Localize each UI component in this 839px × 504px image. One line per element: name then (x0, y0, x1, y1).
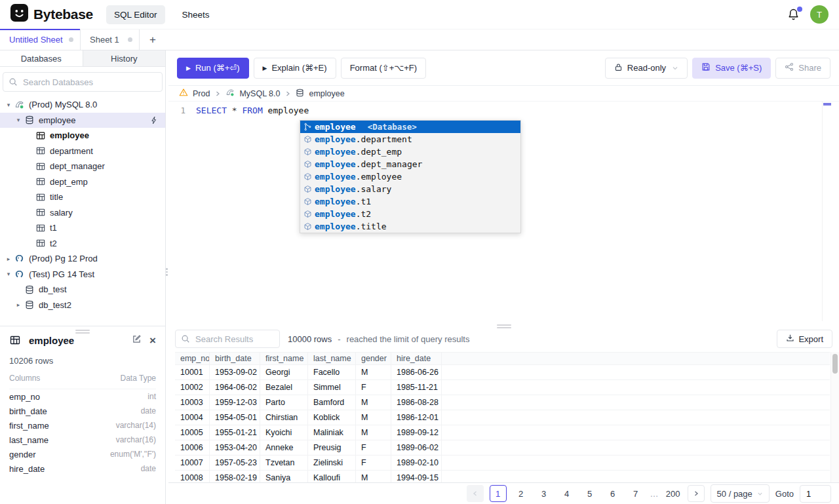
search-databases-input[interactable] (3, 72, 163, 92)
notification-dot (797, 7, 802, 12)
tree-table-title[interactable]: title (0, 189, 165, 205)
tree-table-t1[interactable]: t1 (0, 220, 165, 236)
table-row[interactable]: 100011953-09-02GeorgiFacelloM1986-06-26 (175, 365, 830, 380)
divider-handle[interactable] (166, 267, 168, 277)
explain-button[interactable]: ▶ Explain (⌘+E) (254, 58, 336, 79)
tree-table-t2[interactable]: t2 (0, 236, 165, 252)
column-header[interactable]: emp_no (175, 353, 210, 364)
column-header[interactable]: first_name (260, 353, 308, 364)
tree-database-db-test[interactable]: db_test (0, 282, 165, 298)
suggestion-item[interactable]: employee.dept_emp (300, 145, 520, 158)
chevron-right-icon[interactable]: ▸ (3, 256, 14, 262)
suggestion-item[interactable]: employee.t1 (300, 195, 520, 208)
suggestion-item-database[interactable]: employee <Database> (300, 121, 520, 133)
export-button[interactable]: Export (777, 330, 832, 348)
tree-table-dept-manager[interactable]: dept_manager (0, 159, 165, 174)
page-3[interactable]: 3 (536, 485, 553, 502)
search-results-input[interactable] (175, 330, 280, 348)
suggestion-item[interactable]: employee.dept_manager (300, 158, 520, 170)
mysql-icon (225, 88, 235, 99)
tab-history[interactable]: History (83, 50, 166, 66)
table-suggestion-icon (302, 147, 313, 157)
column-header[interactable]: birth_date (210, 353, 260, 364)
table-row[interactable]: 100061953-04-20AnnekePreusigF1989-06-02 (175, 440, 830, 456)
tree-instance-pg14[interactable]: ▾ (Test) PG 14 Test (0, 267, 165, 282)
breadcrumb-database[interactable]: employee (309, 89, 344, 98)
breadcrumb-instance[interactable]: MySQL 8.0 (239, 89, 280, 98)
next-page-button[interactable] (688, 485, 705, 502)
chevron-right-icon[interactable]: ▸ (13, 301, 24, 308)
panel-resize-handle[interactable] (75, 328, 90, 335)
table-icon (35, 176, 46, 187)
suggestion-item[interactable]: employee.t2 (300, 208, 520, 220)
suggestion-item[interactable]: employee.title (300, 220, 520, 233)
format-button[interactable]: Format (⇧+⌥+F) (341, 58, 426, 79)
chevron-down-icon[interactable]: ▾ (13, 117, 24, 123)
nav-sql-editor[interactable]: SQL Editor (106, 5, 165, 24)
table-icon (35, 191, 46, 203)
goto-page-input[interactable] (800, 485, 831, 503)
share-button[interactable]: Share (775, 58, 830, 79)
table-scrollbar[interactable] (830, 352, 839, 482)
page-6[interactable]: 6 (604, 485, 621, 502)
sheet-tab-label: Sheet 1 (90, 35, 119, 45)
tree-table-salary[interactable]: salary (0, 205, 165, 221)
results-resize-divider[interactable] (168, 321, 839, 326)
lock-icon (614, 63, 623, 73)
tab-databases[interactable]: Databases (0, 50, 83, 66)
suggestion-item[interactable]: employee.employee (300, 170, 520, 183)
page-ellipsis[interactable]: … (650, 489, 659, 499)
table-row[interactable]: 100071957-05-23TzvetanZielinskiF1989-02-… (175, 456, 830, 471)
topbar: Bytebase SQL Editor Sheets T (0, 0, 839, 29)
prev-page-button[interactable] (467, 485, 484, 502)
scrollbar-thumb[interactable] (832, 354, 838, 374)
page-2[interactable]: 2 (513, 485, 530, 502)
table-row[interactable]: 100051955-01-21KyoichiMaliniakM1989-09-1… (175, 425, 830, 440)
page-200[interactable]: 200 (665, 485, 682, 502)
table-row[interactable]: 100081958-02-19SaniyaKalloufiM1994-09-15 (175, 471, 830, 482)
page-size-select[interactable]: 50 / page (711, 484, 770, 503)
bytebase-logo[interactable]: Bytebase (10, 4, 93, 25)
suggestion-item[interactable]: employee.department (300, 133, 520, 145)
readonly-dropdown[interactable]: Read-only (605, 58, 688, 79)
page-5[interactable]: 5 (581, 485, 598, 502)
table-row[interactable]: 100031959-12-03PartoBamfordM1986-08-28 (175, 395, 830, 410)
column-header[interactable]: hire_date (391, 353, 442, 364)
avatar[interactable]: T (810, 5, 829, 24)
edit-icon[interactable] (132, 334, 142, 346)
column-header[interactable]: last_name (308, 353, 356, 364)
warning-icon (179, 88, 188, 99)
save-button[interactable]: Save (⌘+S) (692, 58, 771, 79)
tree-instance-mysql[interactable]: ▾ (Prod) MySQL 8.0 (0, 97, 165, 113)
tree-table-employee[interactable]: employee (0, 128, 165, 144)
close-icon[interactable]: × (149, 335, 156, 346)
tab-sheet-1[interactable]: Sheet 1 (81, 29, 140, 50)
chevron-down-icon[interactable]: ▾ (3, 102, 14, 108)
chevron-down-icon[interactable]: ▾ (3, 271, 14, 277)
column-header[interactable]: gender (356, 353, 391, 364)
tree-table-dept-emp[interactable]: dept_emp (0, 174, 165, 190)
table-row[interactable]: 100041954-05-01ChirstianKoblickM1986-12-… (175, 410, 830, 425)
tree-instance-pg12[interactable]: ▸ (Prod) Pg 12 Prod (0, 251, 165, 267)
bolt-icon[interactable] (150, 116, 159, 125)
table-row[interactable]: 100021964-06-02BezalelSimmelF1985-11-21 (175, 380, 830, 395)
chevron-down-icon (757, 489, 763, 499)
add-sheet-button[interactable]: + (140, 29, 166, 50)
page-4[interactable]: 4 (558, 485, 576, 502)
bell-icon[interactable] (787, 9, 800, 21)
code-line[interactable]: 1 SELECT * FROM employee (168, 104, 839, 117)
tree-database-employee[interactable]: ▾ employee (0, 113, 165, 128)
tree-database-db-test2[interactable]: ▸ db_test2 (0, 298, 165, 313)
panel-resize-handle[interactable] (497, 323, 511, 330)
run-button[interactable]: ▶ Run (⌘+⏎) (177, 58, 249, 79)
nav-sheets[interactable]: Sheets (174, 5, 218, 24)
page-7[interactable]: 7 (627, 485, 644, 502)
suggestion-item[interactable]: employee.salary (300, 183, 520, 195)
schema-row-count: 10206 rows (9, 356, 156, 366)
sql-editor[interactable]: 1 SELECT * FROM employee employee <Datab… (168, 101, 839, 321)
breadcrumb-environment[interactable]: Prod (193, 89, 210, 98)
tree-table-department[interactable]: department (0, 144, 165, 159)
tab-untitled-sheet[interactable]: Untitled Sheet (0, 29, 81, 50)
breadcrumb: Prod MySQL 8.0 employee (168, 85, 839, 101)
page-1[interactable]: 1 (490, 485, 507, 502)
